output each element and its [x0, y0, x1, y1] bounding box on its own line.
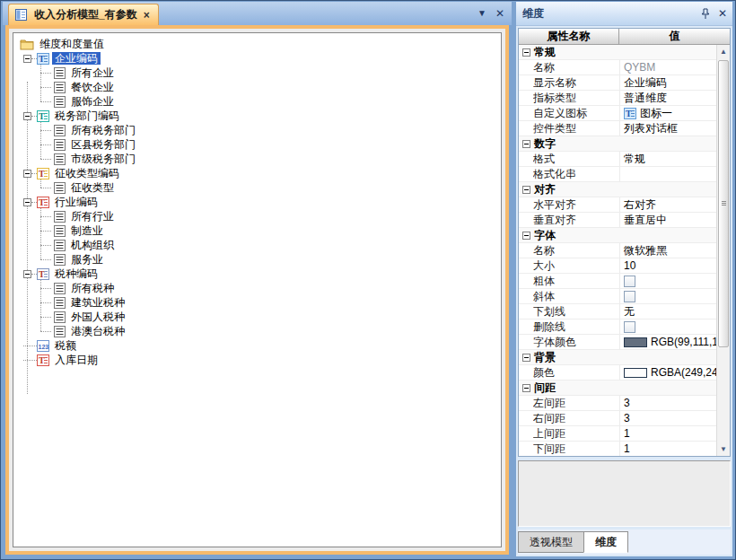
property-row[interactable]: 大小10 [519, 258, 716, 274]
vertical-scrollbar[interactable]: ▲ ▼ [716, 45, 730, 456]
tree-item-0[interactable]: 维度和度量值 [13, 37, 501, 51]
group-collapse-icon[interactable] [522, 48, 530, 57]
tree-item-21[interactable]: 123税额 [13, 338, 501, 353]
property-name[interactable]: 删除线 [533, 319, 619, 335]
checkbox-unchecked-icon[interactable] [624, 291, 635, 302]
property-row[interactable]: 名称QYBM [519, 60, 716, 75]
property-row[interactable]: 上间距1 [519, 426, 716, 442]
tree-item-13[interactable]: 制造业 [13, 223, 501, 238]
property-row[interactable]: 斜体 [519, 289, 716, 304]
property-name[interactable]: 字体颜色 [533, 335, 619, 350]
tree-item-label[interactable]: 入库日期 [52, 354, 101, 366]
property-name[interactable]: 垂直对齐 [533, 213, 619, 228]
tab-income-analysis-model[interactable]: 收入分析模型_有参数 × [8, 4, 159, 25]
property-value[interactable]: 右对齐 [624, 197, 656, 212]
property-row[interactable]: 垂直对齐垂直居中 [519, 213, 716, 228]
tree-item-5[interactable]: T税务部门编码 [13, 109, 501, 123]
tree-expander-icon[interactable] [23, 112, 31, 120]
property-value[interactable]: 3 [624, 412, 630, 424]
tree-item-10[interactable]: 征收类型 [13, 180, 501, 195]
tree-item-19[interactable]: 外国人税种 [13, 310, 501, 324]
tree-item-14[interactable]: 机构组织 [13, 238, 501, 252]
tree-item-18[interactable]: 建筑业税种 [13, 295, 501, 310]
property-group-row[interactable]: 数字 [519, 136, 716, 152]
tree-item-label[interactable]: 所有企业 [68, 66, 117, 79]
property-value[interactable]: 企业编码 [624, 75, 667, 90]
property-value[interactable]: 1 [624, 427, 630, 440]
property-value[interactable]: 微软雅黑 [624, 243, 667, 258]
property-row[interactable]: 粗体 [519, 274, 716, 289]
property-value[interactable]: RGBA(249,24... [651, 366, 716, 379]
tree-item-label[interactable]: 外国人税种 [68, 311, 127, 323]
tree-item-22[interactable]: T入库日期 [13, 353, 501, 367]
tree-item-11[interactable]: T行业编码 [13, 195, 501, 209]
color-swatch[interactable] [624, 368, 647, 378]
tree-item-4[interactable]: 服饰企业 [13, 94, 501, 109]
property-row[interactable]: 水平对齐右对齐 [519, 197, 716, 213]
property-name[interactable]: 大小 [533, 258, 619, 274]
property-row[interactable]: 显示名称企业编码 [519, 75, 716, 91]
tree-item-17[interactable]: 所有税种 [13, 281, 501, 295]
tree-item-label[interactable]: 制造业 [68, 224, 106, 237]
property-value[interactable]: 列表对话框 [624, 121, 678, 136]
tab-list-dropdown-icon[interactable]: ▼ [478, 9, 486, 18]
property-value[interactable]: 10 [624, 259, 635, 272]
property-name[interactable]: 下划线 [533, 304, 619, 319]
property-row[interactable]: 右间距3 [519, 411, 716, 426]
pin-icon[interactable] [701, 8, 710, 20]
tree-item-9[interactable]: T征收类型编码 [13, 166, 501, 180]
property-name[interactable]: 名称 [533, 243, 619, 258]
property-name[interactable]: 下间距 [533, 442, 619, 457]
property-name[interactable]: 右间距 [533, 411, 619, 426]
scrollbar-thumb[interactable] [718, 60, 729, 347]
tree-item-6[interactable]: 所有税务部门 [13, 123, 501, 137]
property-group-row[interactable]: 间距 [519, 381, 716, 396]
property-row[interactable]: 格式化串 [519, 167, 716, 182]
property-row[interactable]: 字体颜色RGB(99,111,1... [519, 335, 716, 350]
property-name[interactable]: 上间距 [533, 426, 619, 442]
property-row[interactable]: 删除线 [519, 319, 716, 335]
bottom-tab-active[interactable]: 维度 [583, 531, 628, 553]
property-row[interactable]: 自定义图标T图标一 [519, 106, 716, 121]
scroll-up-icon[interactable]: ▲ [717, 45, 730, 58]
property-row[interactable]: 格式常规 [519, 152, 716, 167]
property-group-row[interactable]: 对齐 [519, 182, 716, 197]
property-row[interactable]: 指标类型普通维度 [519, 91, 716, 106]
tree-item-label[interactable]: 所有税种 [68, 282, 117, 294]
property-name[interactable]: 格式 [533, 152, 619, 167]
color-swatch[interactable] [624, 337, 647, 347]
tree-expander-icon[interactable] [23, 270, 31, 278]
property-name[interactable]: 格式化串 [533, 167, 619, 182]
tree-expander-icon[interactable] [23, 170, 31, 178]
tree-item-label[interactable]: 服务业 [68, 253, 106, 266]
property-name[interactable]: 控件类型 [533, 121, 619, 136]
property-row[interactable]: 下划线无 [519, 304, 716, 319]
property-row[interactable]: 左间距3 [519, 396, 716, 411]
tree-item-label[interactable]: 税务部门编码 [52, 109, 122, 122]
column-header-value[interactable]: 值 [619, 29, 730, 44]
column-header-property-name[interactable]: 属性名称 [519, 29, 619, 44]
property-name[interactable]: 粗体 [533, 274, 619, 289]
property-name[interactable]: 名称 [533, 60, 619, 75]
tree-item-3[interactable]: 餐饮企业 [13, 80, 501, 94]
tree-item-label[interactable]: 所有行业 [68, 210, 117, 223]
tree-expander-icon[interactable] [23, 198, 31, 206]
tree-item-label[interactable]: 区县税务部门 [68, 138, 138, 151]
property-value[interactable]: 图标一 [640, 106, 672, 120]
group-collapse-icon[interactable] [522, 186, 530, 194]
tree-item-label[interactable]: 市级税务部门 [68, 153, 138, 165]
tree-item-15[interactable]: 服务业 [13, 252, 501, 267]
tab-close-icon[interactable]: × [144, 9, 150, 22]
property-group-row[interactable]: 常规 [519, 45, 716, 60]
property-row[interactable]: 下间距1 [519, 442, 716, 457]
property-value[interactable]: 1 [624, 442, 630, 455]
group-collapse-icon[interactable] [522, 354, 530, 362]
property-row[interactable]: 颜色RGBA(249,24... [519, 365, 716, 381]
property-value[interactable]: 3 [624, 397, 630, 409]
tree-item-7[interactable]: 区县税务部门 [13, 137, 501, 152]
checkbox-unchecked-icon[interactable] [624, 321, 635, 333]
tree-item-12[interactable]: 所有行业 [13, 209, 501, 223]
property-row[interactable]: 控件类型列表对话框 [519, 121, 716, 136]
property-value[interactable]: RGB(99,111,1... [651, 336, 716, 348]
group-collapse-icon[interactable] [522, 232, 530, 240]
